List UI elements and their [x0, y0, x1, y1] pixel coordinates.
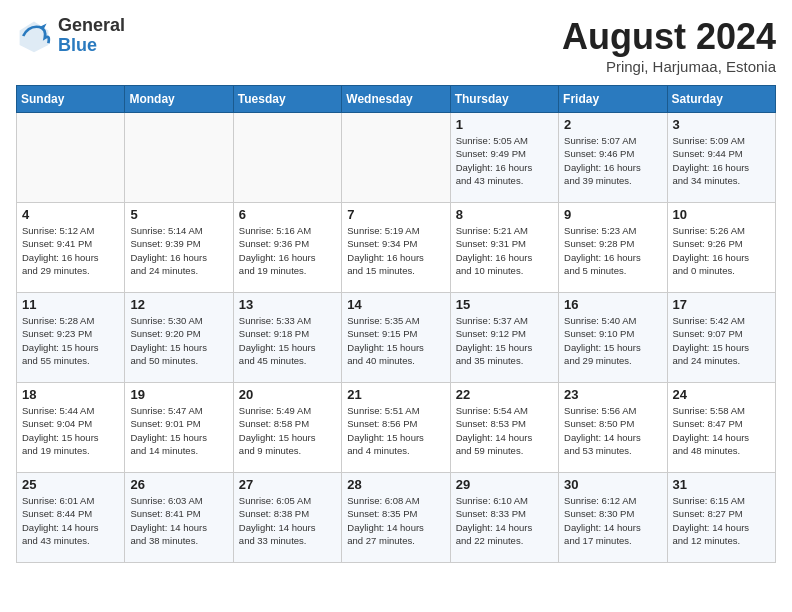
- day-info: Sunrise: 6:12 AMSunset: 8:30 PMDaylight:…: [564, 494, 661, 547]
- logo-icon: [16, 18, 52, 54]
- day-info: Sunrise: 6:03 AMSunset: 8:41 PMDaylight:…: [130, 494, 227, 547]
- calendar-cell: 8Sunrise: 5:21 AMSunset: 9:31 PMDaylight…: [450, 203, 558, 293]
- day-number: 6: [239, 207, 336, 222]
- calendar-header: SundayMondayTuesdayWednesdayThursdayFrid…: [17, 86, 776, 113]
- day-info: Sunrise: 5:26 AMSunset: 9:26 PMDaylight:…: [673, 224, 770, 277]
- month-title: August 2024: [562, 16, 776, 58]
- calendar-cell: 17Sunrise: 5:42 AMSunset: 9:07 PMDayligh…: [667, 293, 775, 383]
- day-number: 18: [22, 387, 119, 402]
- day-info: Sunrise: 6:15 AMSunset: 8:27 PMDaylight:…: [673, 494, 770, 547]
- day-info: Sunrise: 6:10 AMSunset: 8:33 PMDaylight:…: [456, 494, 553, 547]
- day-number: 7: [347, 207, 444, 222]
- logo-text: General Blue: [58, 16, 125, 56]
- day-number: 22: [456, 387, 553, 402]
- calendar-cell: 23Sunrise: 5:56 AMSunset: 8:50 PMDayligh…: [559, 383, 667, 473]
- day-info: Sunrise: 6:01 AMSunset: 8:44 PMDaylight:…: [22, 494, 119, 547]
- calendar-cell: 12Sunrise: 5:30 AMSunset: 9:20 PMDayligh…: [125, 293, 233, 383]
- day-number: 26: [130, 477, 227, 492]
- calendar-cell: 28Sunrise: 6:08 AMSunset: 8:35 PMDayligh…: [342, 473, 450, 563]
- day-info: Sunrise: 5:44 AMSunset: 9:04 PMDaylight:…: [22, 404, 119, 457]
- day-info: Sunrise: 5:56 AMSunset: 8:50 PMDaylight:…: [564, 404, 661, 457]
- calendar-cell: 18Sunrise: 5:44 AMSunset: 9:04 PMDayligh…: [17, 383, 125, 473]
- calendar-cell: 10Sunrise: 5:26 AMSunset: 9:26 PMDayligh…: [667, 203, 775, 293]
- day-number: 8: [456, 207, 553, 222]
- day-info: Sunrise: 5:58 AMSunset: 8:47 PMDaylight:…: [673, 404, 770, 457]
- day-info: Sunrise: 5:09 AMSunset: 9:44 PMDaylight:…: [673, 134, 770, 187]
- day-number: 10: [673, 207, 770, 222]
- calendar-cell: 31Sunrise: 6:15 AMSunset: 8:27 PMDayligh…: [667, 473, 775, 563]
- day-number: 9: [564, 207, 661, 222]
- calendar-week-row: 4Sunrise: 5:12 AMSunset: 9:41 PMDaylight…: [17, 203, 776, 293]
- calendar-cell: 6Sunrise: 5:16 AMSunset: 9:36 PMDaylight…: [233, 203, 341, 293]
- calendar-cell: 27Sunrise: 6:05 AMSunset: 8:38 PMDayligh…: [233, 473, 341, 563]
- day-number: 30: [564, 477, 661, 492]
- calendar-week-row: 25Sunrise: 6:01 AMSunset: 8:44 PMDayligh…: [17, 473, 776, 563]
- weekday-header-friday: Friday: [559, 86, 667, 113]
- calendar-cell: [17, 113, 125, 203]
- calendar-cell: 26Sunrise: 6:03 AMSunset: 8:41 PMDayligh…: [125, 473, 233, 563]
- calendar-week-row: 18Sunrise: 5:44 AMSunset: 9:04 PMDayligh…: [17, 383, 776, 473]
- day-info: Sunrise: 5:07 AMSunset: 9:46 PMDaylight:…: [564, 134, 661, 187]
- location-subtitle: Pringi, Harjumaa, Estonia: [562, 58, 776, 75]
- day-number: 25: [22, 477, 119, 492]
- day-number: 31: [673, 477, 770, 492]
- weekday-header-saturday: Saturday: [667, 86, 775, 113]
- calendar-cell: 30Sunrise: 6:12 AMSunset: 8:30 PMDayligh…: [559, 473, 667, 563]
- day-info: Sunrise: 5:23 AMSunset: 9:28 PMDaylight:…: [564, 224, 661, 277]
- calendar-cell: 25Sunrise: 6:01 AMSunset: 8:44 PMDayligh…: [17, 473, 125, 563]
- day-info: Sunrise: 5:47 AMSunset: 9:01 PMDaylight:…: [130, 404, 227, 457]
- calendar-week-row: 1Sunrise: 5:05 AMSunset: 9:49 PMDaylight…: [17, 113, 776, 203]
- day-info: Sunrise: 5:14 AMSunset: 9:39 PMDaylight:…: [130, 224, 227, 277]
- day-number: 16: [564, 297, 661, 312]
- day-number: 12: [130, 297, 227, 312]
- day-info: Sunrise: 5:05 AMSunset: 9:49 PMDaylight:…: [456, 134, 553, 187]
- logo-blue-text: Blue: [58, 36, 125, 56]
- logo-general-text: General: [58, 16, 125, 36]
- calendar-cell: 9Sunrise: 5:23 AMSunset: 9:28 PMDaylight…: [559, 203, 667, 293]
- day-number: 13: [239, 297, 336, 312]
- weekday-header-tuesday: Tuesday: [233, 86, 341, 113]
- calendar-cell: 24Sunrise: 5:58 AMSunset: 8:47 PMDayligh…: [667, 383, 775, 473]
- day-info: Sunrise: 5:51 AMSunset: 8:56 PMDaylight:…: [347, 404, 444, 457]
- calendar-cell: 4Sunrise: 5:12 AMSunset: 9:41 PMDaylight…: [17, 203, 125, 293]
- calendar-cell: 14Sunrise: 5:35 AMSunset: 9:15 PMDayligh…: [342, 293, 450, 383]
- day-info: Sunrise: 5:42 AMSunset: 9:07 PMDaylight:…: [673, 314, 770, 367]
- weekday-header-sunday: Sunday: [17, 86, 125, 113]
- day-info: Sunrise: 5:33 AMSunset: 9:18 PMDaylight:…: [239, 314, 336, 367]
- day-info: Sunrise: 5:49 AMSunset: 8:58 PMDaylight:…: [239, 404, 336, 457]
- day-info: Sunrise: 5:40 AMSunset: 9:10 PMDaylight:…: [564, 314, 661, 367]
- day-info: Sunrise: 5:30 AMSunset: 9:20 PMDaylight:…: [130, 314, 227, 367]
- day-info: Sunrise: 5:16 AMSunset: 9:36 PMDaylight:…: [239, 224, 336, 277]
- calendar-cell: 20Sunrise: 5:49 AMSunset: 8:58 PMDayligh…: [233, 383, 341, 473]
- calendar-body: 1Sunrise: 5:05 AMSunset: 9:49 PMDaylight…: [17, 113, 776, 563]
- day-number: 11: [22, 297, 119, 312]
- weekday-header-thursday: Thursday: [450, 86, 558, 113]
- day-info: Sunrise: 6:08 AMSunset: 8:35 PMDaylight:…: [347, 494, 444, 547]
- day-number: 15: [456, 297, 553, 312]
- day-number: 20: [239, 387, 336, 402]
- day-info: Sunrise: 5:37 AMSunset: 9:12 PMDaylight:…: [456, 314, 553, 367]
- calendar-cell: 16Sunrise: 5:40 AMSunset: 9:10 PMDayligh…: [559, 293, 667, 383]
- day-number: 21: [347, 387, 444, 402]
- weekday-header-monday: Monday: [125, 86, 233, 113]
- day-info: Sunrise: 5:35 AMSunset: 9:15 PMDaylight:…: [347, 314, 444, 367]
- calendar-cell: 7Sunrise: 5:19 AMSunset: 9:34 PMDaylight…: [342, 203, 450, 293]
- day-info: Sunrise: 5:21 AMSunset: 9:31 PMDaylight:…: [456, 224, 553, 277]
- day-number: 3: [673, 117, 770, 132]
- day-number: 29: [456, 477, 553, 492]
- day-info: Sunrise: 5:54 AMSunset: 8:53 PMDaylight:…: [456, 404, 553, 457]
- calendar-cell: [233, 113, 341, 203]
- day-info: Sunrise: 5:19 AMSunset: 9:34 PMDaylight:…: [347, 224, 444, 277]
- day-info: Sunrise: 6:05 AMSunset: 8:38 PMDaylight:…: [239, 494, 336, 547]
- calendar-week-row: 11Sunrise: 5:28 AMSunset: 9:23 PMDayligh…: [17, 293, 776, 383]
- weekday-header-wednesday: Wednesday: [342, 86, 450, 113]
- calendar-cell: 22Sunrise: 5:54 AMSunset: 8:53 PMDayligh…: [450, 383, 558, 473]
- calendar-cell: 3Sunrise: 5:09 AMSunset: 9:44 PMDaylight…: [667, 113, 775, 203]
- logo: General Blue: [16, 16, 125, 56]
- day-number: 19: [130, 387, 227, 402]
- calendar-cell: 19Sunrise: 5:47 AMSunset: 9:01 PMDayligh…: [125, 383, 233, 473]
- day-info: Sunrise: 5:12 AMSunset: 9:41 PMDaylight:…: [22, 224, 119, 277]
- calendar-cell: 5Sunrise: 5:14 AMSunset: 9:39 PMDaylight…: [125, 203, 233, 293]
- calendar-cell: 11Sunrise: 5:28 AMSunset: 9:23 PMDayligh…: [17, 293, 125, 383]
- day-number: 1: [456, 117, 553, 132]
